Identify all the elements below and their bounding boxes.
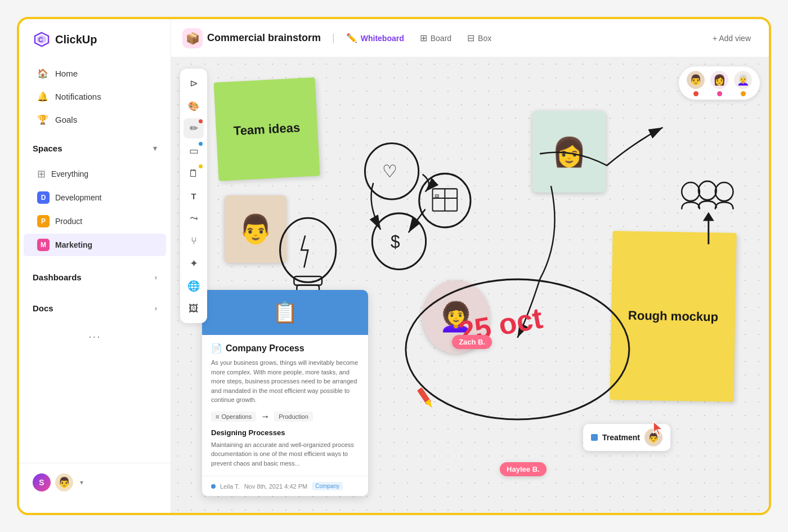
toolbar-cursor[interactable]: ⊳ bbox=[183, 73, 204, 93]
project-title: Commercial brainstorm bbox=[207, 32, 321, 44]
doc-card-header: 📋 bbox=[202, 290, 368, 335]
toolbar-share[interactable]: ⑂ bbox=[183, 231, 204, 251]
woman-1-face: 👩 bbox=[532, 111, 606, 193]
rect-tool-icon: ▭ bbox=[189, 145, 199, 157]
whiteboard-tab-icon: ✏️ bbox=[346, 33, 357, 43]
app-name: ClickUp bbox=[55, 33, 97, 46]
sidebar-item-development[interactable]: D Development bbox=[24, 186, 166, 209]
svg-point-11 bbox=[419, 173, 471, 227]
rect-dot bbox=[199, 142, 203, 146]
sidebar-item-marketing[interactable]: M Marketing bbox=[24, 234, 166, 256]
toolbar-image[interactable]: 🖼 bbox=[183, 298, 204, 319]
user-avatars-area: S 👨 ▾ bbox=[33, 472, 157, 493]
whiteboard-tab-label: Whiteboard bbox=[361, 34, 404, 43]
tag-operations-label: Operations bbox=[221, 413, 252, 420]
more-button[interactable]: ... bbox=[19, 322, 171, 346]
arrow-icon: → bbox=[261, 412, 270, 422]
sidebar-item-development-label: Development bbox=[55, 193, 102, 202]
pencil-dot bbox=[199, 119, 203, 123]
globe-tool-icon: 🌐 bbox=[187, 280, 200, 292]
doc-card-company-process[interactable]: 📋 📄 Company Process As your business gro… bbox=[202, 290, 368, 496]
dashboards-divider: Dashboards › bbox=[19, 268, 171, 287]
user-chevron-icon: ▾ bbox=[80, 479, 83, 486]
toolbar-ai[interactable]: ✦ bbox=[183, 253, 204, 274]
board-tab-icon: ⊞ bbox=[420, 33, 427, 43]
sticky-yellow-text: Rough mockup bbox=[628, 309, 719, 325]
docs-header[interactable]: Docs › bbox=[19, 299, 171, 318]
toolbar-pencil[interactable]: ✏ bbox=[183, 118, 204, 138]
nav-home[interactable]: 🏠 Home bbox=[24, 62, 166, 84]
spaces-divider: Spaces ▾ bbox=[19, 139, 171, 158]
doc-card-body-text: As your business grows, things will inev… bbox=[211, 358, 359, 405]
sidebar-item-marketing-label: Marketing bbox=[55, 240, 92, 249]
person-photo-man: 👨 bbox=[225, 195, 286, 263]
whiteboard-canvas[interactable]: ⊳ 🎨 ✏ ▭ 🗒 T bbox=[171, 57, 769, 513]
toolbar-rect[interactable]: ▭ bbox=[183, 141, 204, 161]
svg-text:▤: ▤ bbox=[435, 193, 440, 199]
dashboards-header[interactable]: Dashboards › bbox=[19, 268, 171, 287]
footer-company-tag: Company bbox=[312, 482, 343, 490]
home-icon: 🏠 bbox=[37, 68, 48, 79]
treatment-badge[interactable]: Treatment 👨 bbox=[583, 424, 670, 451]
tab-whiteboard[interactable]: ✏️ Whiteboard bbox=[339, 29, 411, 47]
doc-section-text: Maintaining an accurate and well-organiz… bbox=[211, 440, 359, 468]
svg-point-7 bbox=[365, 143, 418, 199]
docs-label: Docs bbox=[33, 303, 53, 313]
nav-notifications[interactable]: 🔔 Notifications bbox=[24, 86, 166, 108]
toolbar-globe[interactable]: 🌐 bbox=[183, 276, 204, 296]
doc-section-title: Designing Processes bbox=[211, 428, 359, 437]
spaces-label: Spaces bbox=[33, 144, 62, 153]
tab-board[interactable]: ⊞ Board bbox=[413, 29, 458, 47]
person-photo-woman-1: 👩 bbox=[532, 111, 606, 193]
toolbar-colorpicker[interactable]: 🎨 bbox=[183, 96, 204, 116]
name-badge-zach: Zach B. bbox=[452, 335, 492, 349]
box-tab-label: Box bbox=[478, 34, 491, 43]
sticky-note-team-ideas[interactable]: Team ideas bbox=[214, 77, 320, 181]
share-tool-icon: ⑂ bbox=[191, 235, 197, 247]
pencil-tool-icon: ✏ bbox=[190, 122, 198, 135]
user-avatar-s[interactable]: S bbox=[33, 473, 51, 491]
nav-goals-label: Goals bbox=[55, 115, 77, 124]
svg-point-19 bbox=[715, 182, 733, 201]
doc-illustration-icon: 📋 bbox=[272, 301, 298, 324]
text-tool-icon: T bbox=[191, 191, 196, 201]
collab-dot-3 bbox=[741, 91, 746, 96]
user-avatar-2[interactable]: 👨 bbox=[54, 472, 74, 493]
svg-text:$: $ bbox=[391, 232, 400, 252]
doc-card-footer: Leila T. Nov 8th, 2021 4:42 PM Company bbox=[202, 476, 368, 496]
treatment-avatar: 👨 bbox=[644, 428, 662, 446]
svg-marker-23 bbox=[425, 399, 435, 410]
spaces-header[interactable]: Spaces ▾ bbox=[19, 139, 171, 158]
add-view-label: + Add view bbox=[713, 34, 751, 43]
toolbar-text[interactable]: T bbox=[183, 186, 204, 206]
name-badge-haylee: Haylee B. bbox=[500, 462, 547, 476]
box-tab-icon: ⊟ bbox=[467, 33, 474, 43]
grid-icon: ⊞ bbox=[37, 168, 46, 180]
note-tool-icon: 🗒 bbox=[189, 168, 199, 180]
chevron-down-icon: ▾ bbox=[153, 144, 157, 153]
svg-rect-22 bbox=[417, 387, 431, 405]
sidebar-item-everything[interactable]: ⊞ Everything bbox=[24, 163, 166, 185]
tab-box[interactable]: ⊟ Box bbox=[460, 29, 498, 47]
docs-divider: Docs › bbox=[19, 299, 171, 318]
toolbar-note[interactable]: 🗒 bbox=[183, 163, 204, 184]
sticky-note-rough-mockup[interactable]: Rough mockup bbox=[610, 231, 736, 402]
sidebar-bottom: S 👨 ▾ bbox=[19, 463, 171, 502]
svg-text:C: C bbox=[38, 36, 43, 44]
sidebar-item-product[interactable]: P Product bbox=[24, 210, 166, 233]
zach-name: Zach B. bbox=[459, 338, 485, 346]
more-label: ... bbox=[88, 328, 101, 341]
docs-chevron-icon: › bbox=[155, 304, 157, 312]
footer-dot bbox=[211, 484, 216, 489]
toolbar-connector[interactable]: ⤳ bbox=[183, 208, 204, 229]
app-frame: C ClickUp 🏠 Home 🔔 Notifications 🏆 Goals… bbox=[17, 17, 771, 515]
development-space-icon: D bbox=[37, 191, 50, 204]
logo-area: C ClickUp bbox=[19, 30, 171, 62]
doc-card-body: 📄 Company Process As your business grows… bbox=[202, 335, 368, 476]
colorpicker-icon: 🎨 bbox=[188, 101, 199, 111]
man-face: 👨 bbox=[225, 195, 286, 263]
nav-goals[interactable]: 🏆 Goals bbox=[24, 109, 166, 131]
doc-card-title: 📄 Company Process bbox=[211, 343, 359, 354]
collab-avatar-3: 👩‍🦳 bbox=[733, 70, 753, 90]
add-view-button[interactable]: + Add view bbox=[706, 30, 758, 46]
